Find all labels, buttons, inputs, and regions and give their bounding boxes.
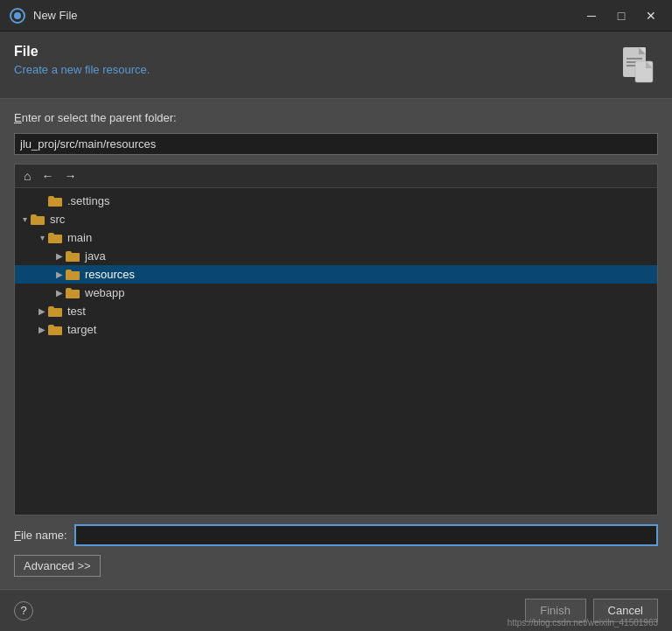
tree-item-webapp[interactable]: ▶ webapp [15,284,657,302]
minimize-button[interactable]: ─ [579,6,604,25]
folder-icon-java [66,250,81,263]
app-icon [9,7,26,25]
folder-icon-target [48,324,64,336]
help-button[interactable]: ? [14,601,33,620]
svg-rect-8 [635,61,653,82]
filename-row: File name: [14,524,658,546]
folder-icon-webapp [66,287,81,299]
tree-label-src: src [50,213,65,226]
expander-main[interactable]: ▾ [36,233,48,242]
tree-item-resources[interactable]: ▶ resources [15,265,657,284]
footer-left: ? [14,601,33,620]
advanced-button[interactable]: Advanced >> [14,555,101,577]
expander-webapp[interactable]: ▶ [53,288,66,298]
tree-label-settings: .settings [67,194,109,207]
tree-label-webapp: webapp [85,286,125,299]
header-section: File Create a new file resource. [0,32,672,99]
tree-label-test: test [67,305,86,318]
folder-icon-test [48,305,64,318]
folder-icon-settings [48,195,64,207]
close-button[interactable]: ✕ [639,6,663,25]
main-content: Enter or select the parent folder: ⌂ ← →… [0,99,672,589]
tree-label-main: main [67,231,92,244]
maximize-button[interactable]: □ [609,6,634,25]
tree-label-java: java [85,249,106,263]
tree-item-test[interactable]: ▶ test [15,302,657,320]
tree-home-button[interactable]: ⌂ [20,167,34,185]
folder-icon-src [31,214,46,226]
tree-item-java[interactable]: ▶ java [15,247,657,265]
expander-target[interactable]: ▶ [36,325,48,334]
folder-icon-main [48,232,64,244]
tree-items-container: .settings ▾ src ▾ main [15,188,657,342]
svg-point-1 [14,12,21,19]
tree-item-settings[interactable]: .settings [15,192,657,210]
expander-src[interactable]: ▾ [18,214,31,224]
expander-test[interactable]: ▶ [36,306,48,316]
parent-folder-label: Enter or select the parent folder: [14,111,658,124]
titlebar: New File ─ □ ✕ [0,0,672,32]
expander-java[interactable]: ▶ [53,251,66,261]
tree-label-target: target [67,323,96,336]
header-text: File Create a new file resource. [14,44,150,76]
filename-label: File name: [14,529,67,542]
watermark: https://blog.csdn.net/weixiln_41501963 [508,618,658,627]
window-controls: ─ □ ✕ [579,6,663,25]
tree-item-main[interactable]: ▾ main [15,228,657,247]
tree-toolbar: ⌂ ← → [15,165,657,188]
parent-folder-label-text: nter or select the parent folder: [22,111,177,124]
tree-scroll-area[interactable]: .settings ▾ src ▾ main [15,188,657,515]
svg-rect-4 [626,58,642,60]
tree-back-button[interactable]: ← [38,167,57,185]
folder-icon-resources [66,269,81,281]
tree-item-src[interactable]: ▾ src [15,210,657,228]
header-icon [616,44,658,86]
folder-tree: ⌂ ← → .settings ▾ src [14,164,658,515]
tree-label-resources: resources [85,268,135,281]
tree-forward-button[interactable]: → [60,167,80,185]
tree-item-target[interactable]: ▶ target [15,320,657,339]
header-title: File [14,44,150,60]
footer: ? Finish Cancel https://blog.csdn.net/we… [0,589,672,631]
expander-resources[interactable]: ▶ [53,270,66,279]
parent-folder-input[interactable] [14,133,658,155]
filename-input[interactable] [74,524,658,546]
header-subtitle: Create a new file resource. [14,63,150,76]
window-title: New File [33,9,579,22]
